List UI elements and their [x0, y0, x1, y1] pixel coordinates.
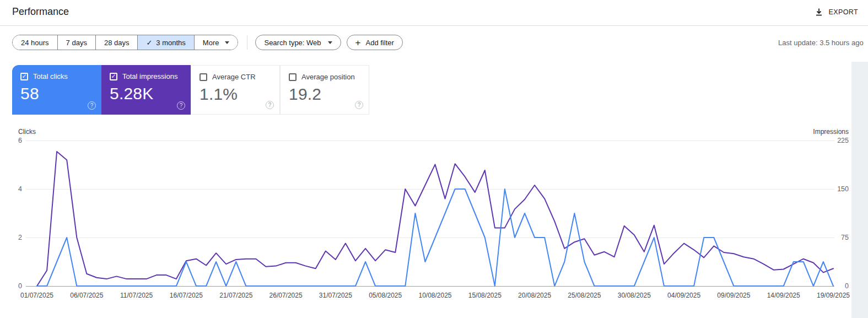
- left-axis-title: Clicks: [18, 128, 36, 136]
- check-icon: ✓: [146, 39, 152, 47]
- export-label: EXPORT: [828, 8, 858, 16]
- x-axis-labels: 01/07/202506/07/202511/07/202516/07/2025…: [37, 292, 833, 300]
- x-axis-tick-label: 06/07/2025: [70, 292, 103, 299]
- export-button[interactable]: EXPORT: [809, 4, 864, 20]
- download-icon: [815, 8, 823, 17]
- chevron-down-icon: [225, 41, 229, 44]
- right-tick: 0: [845, 283, 849, 290]
- x-axis-tick-label: 31/07/2025: [319, 292, 352, 299]
- total-clicks-value: 58: [20, 84, 93, 103]
- x-axis-tick-label: 16/07/2025: [170, 292, 203, 299]
- right-tick: 225: [837, 137, 849, 144]
- metric-tile-average-position[interactable]: Average position 19.2 ?: [280, 65, 369, 115]
- right-axis-title: Impressions: [813, 128, 849, 136]
- left-tick: 4: [18, 186, 22, 193]
- checkbox-checked-icon[interactable]: ✓: [20, 73, 28, 80]
- right-tick: 150: [837, 186, 849, 193]
- last-update-text: Last update: 3.5 hours ago: [778, 39, 864, 47]
- chart-plot-area[interactable]: [37, 141, 833, 286]
- checkbox-checked-icon[interactable]: ✓: [110, 73, 117, 80]
- x-axis-tick-label: 15/08/2025: [468, 292, 502, 299]
- x-axis-tick-label: 26/07/2025: [269, 292, 303, 299]
- x-axis-tick-label: 20/08/2025: [518, 292, 551, 299]
- help-icon[interactable]: ?: [355, 101, 363, 109]
- checkbox-unchecked-icon[interactable]: [289, 73, 296, 81]
- x-axis-tick-label: 04/09/2025: [667, 292, 700, 299]
- metric-tile-total-impressions[interactable]: ✓ Total impressions 5.28K ?: [101, 65, 191, 115]
- x-axis-tick-label: 30/08/2025: [618, 292, 651, 299]
- impressions-line: [37, 152, 833, 286]
- help-icon[interactable]: ?: [177, 101, 185, 110]
- left-tick: 2: [18, 234, 22, 241]
- add-filter-button[interactable]: + Add filter: [347, 35, 403, 50]
- header-divider: [0, 25, 868, 26]
- help-icon[interactable]: ?: [266, 101, 274, 109]
- chevron-down-icon: [328, 41, 332, 44]
- date-range-group: 24 hours 7 days 28 days ✓ 3 months More: [12, 35, 238, 50]
- date-filter-3-months[interactable]: ✓ 3 months: [138, 35, 194, 50]
- page-gutter: [851, 62, 868, 318]
- x-axis-tick-label: 11/07/2025: [120, 292, 153, 299]
- right-tick: 75: [841, 234, 849, 241]
- chart-lines-svg: [37, 141, 833, 286]
- filter-toolbar: 24 hours 7 days 28 days ✓ 3 months More …: [12, 35, 408, 50]
- x-axis-tick-label: 19/09/2025: [817, 292, 850, 299]
- clicks-line: [37, 189, 833, 286]
- left-tick: 6: [18, 137, 22, 144]
- date-filter-24-hours[interactable]: 24 hours: [13, 35, 58, 50]
- metric-tile-average-ctr[interactable]: Average CTR 1.1% ?: [191, 65, 280, 115]
- x-axis-tick-label: 01/07/2025: [20, 292, 53, 299]
- help-icon[interactable]: ?: [88, 101, 96, 110]
- date-filter-7-days[interactable]: 7 days: [58, 35, 96, 50]
- checkbox-unchecked-icon[interactable]: [200, 73, 207, 81]
- x-axis-tick-label: 10/08/2025: [418, 292, 451, 299]
- search-type-dropdown[interactable]: Search type: Web: [255, 35, 341, 50]
- total-impressions-value: 5.28K: [110, 84, 182, 103]
- date-filter-28-days[interactable]: 28 days: [96, 35, 138, 50]
- average-position-value: 19.2: [289, 85, 360, 104]
- left-tick: 0: [18, 283, 22, 290]
- x-axis-tick-label: 21/07/2025: [219, 292, 252, 299]
- average-ctr-value: 1.1%: [200, 85, 271, 104]
- plus-icon: +: [355, 38, 361, 47]
- date-filter-more[interactable]: More: [195, 35, 238, 50]
- x-axis-tick-label: 14/09/2025: [767, 292, 800, 299]
- x-axis-tick-label: 25/08/2025: [568, 292, 601, 299]
- metric-tile-total-clicks[interactable]: ✓ Total clicks 58 ?: [12, 65, 101, 115]
- x-axis-tick-label: 05/08/2025: [369, 292, 402, 299]
- x-axis-tick-label: 09/09/2025: [717, 292, 750, 299]
- page-title: Performance: [12, 6, 69, 18]
- toolbar-divider: [247, 35, 247, 50]
- performance-card: ✓ Total clicks 58 ? ✓ Total impressions …: [12, 65, 851, 318]
